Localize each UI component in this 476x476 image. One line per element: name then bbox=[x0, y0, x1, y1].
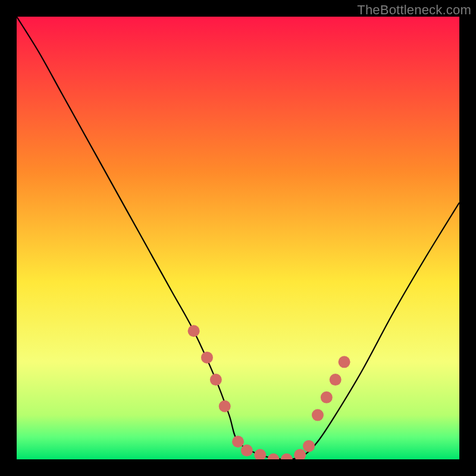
watermark-text: TheBottleneck.com bbox=[357, 2, 471, 18]
marker-dot bbox=[219, 400, 231, 412]
chart-frame: TheBottleneck.com bbox=[0, 0, 476, 476]
marker-dot bbox=[201, 352, 213, 364]
marker-dot bbox=[232, 436, 244, 447]
marker-dot bbox=[241, 444, 253, 456]
marker-dot bbox=[330, 374, 342, 386]
marker-dot bbox=[312, 409, 324, 421]
marker-dot bbox=[321, 392, 333, 403]
chart-svg bbox=[17, 17, 459, 459]
plot-area bbox=[17, 17, 459, 459]
gradient-background bbox=[17, 17, 459, 459]
marker-dot bbox=[339, 356, 350, 368]
marker-dot bbox=[303, 440, 315, 452]
marker-dot bbox=[210, 374, 222, 386]
marker-dot bbox=[188, 325, 200, 337]
